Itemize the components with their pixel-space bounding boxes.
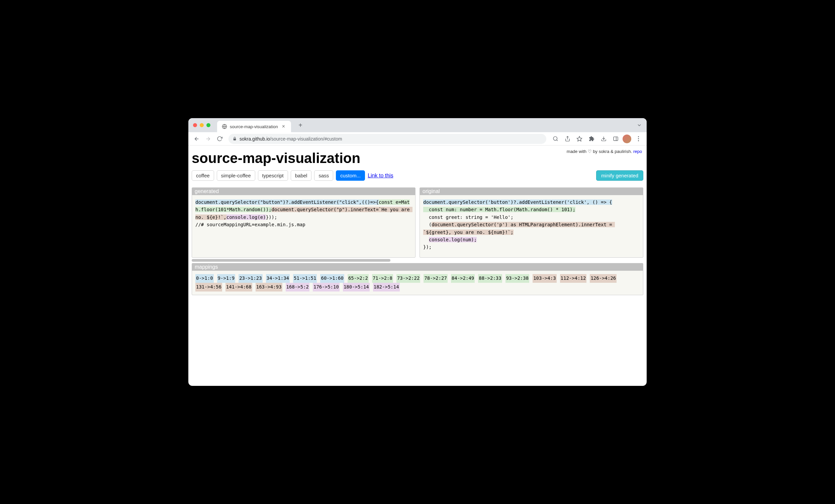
svg-rect-3 (233, 139, 236, 140)
mapping-token[interactable]: 176->5:10 (313, 283, 340, 291)
search-icon[interactable] (550, 134, 561, 144)
profile-avatar[interactable] (623, 135, 631, 143)
traffic-lights (193, 123, 210, 127)
coffee-button[interactable]: coffee (192, 170, 214, 181)
repo-link[interactable]: repo (633, 149, 642, 154)
star-icon[interactable] (574, 134, 585, 144)
code-panels: generated document.querySelector("button… (192, 187, 643, 258)
mapping-token[interactable]: 71->2:8 (372, 274, 393, 283)
mapping-token[interactable]: 73->2:22 (396, 274, 420, 283)
generated-code[interactable]: document.querySelector("button")?.addEve… (192, 195, 415, 232)
button-row: coffee simple-coffee typescript babel sa… (192, 170, 643, 181)
minimize-window-button[interactable] (200, 123, 204, 127)
mapping-token[interactable]: 65->2:2 (348, 274, 369, 283)
link-to-this[interactable]: Link to this (368, 173, 393, 179)
sass-button[interactable]: sass (314, 170, 333, 181)
typescript-button[interactable]: typescript (258, 170, 288, 181)
mapping-token[interactable]: 84->2:49 (451, 274, 475, 283)
mapping-token[interactable]: 163->4:93 (256, 283, 282, 291)
title-bar: source-map-visualization × + (188, 118, 647, 132)
mapping-token[interactable]: 112->4:12 (560, 274, 587, 283)
attribution: made with ♡ by sokra & paulirish. repo (567, 149, 642, 154)
mapping-token[interactable]: 34->1:34 (266, 274, 290, 283)
url-text: sokra.github.io/source-map-visualization… (240, 136, 342, 142)
mappings-list[interactable]: 0->1:09->1:923->1:2334->1:3451->1:5160->… (192, 271, 643, 295)
mapping-token[interactable]: 51->1:51 (293, 274, 317, 283)
horizontal-scrollbar[interactable] (192, 259, 390, 262)
mappings-panel: mappings 0->1:09->1:923->1:2334->1:3451-… (192, 263, 643, 295)
mapping-token[interactable]: 60->1:60 (320, 274, 344, 283)
mapping-token[interactable]: 88->2:33 (478, 274, 502, 283)
mapping-token[interactable]: 168->5:2 (286, 283, 309, 291)
tabs-dropdown-button[interactable] (637, 122, 642, 128)
mapping-token[interactable]: 141->4:68 (225, 283, 252, 291)
svg-point-4 (553, 137, 557, 140)
custom-button[interactable]: custom... (336, 170, 365, 181)
mapping-token[interactable]: 23->1:23 (239, 274, 262, 283)
mapping-token[interactable]: 126->4:26 (590, 274, 616, 283)
generated-panel-header: generated (192, 188, 415, 195)
extensions-icon[interactable] (587, 134, 596, 144)
mappings-panel-header: mappings (192, 263, 643, 271)
original-panel-header: original (420, 188, 643, 195)
mapping-token[interactable]: 0->1:0 (196, 274, 214, 283)
mapping-token[interactable]: 93->2:38 (506, 274, 529, 283)
back-button[interactable] (192, 134, 202, 144)
mapping-token[interactable]: 182->5:14 (373, 283, 400, 291)
babel-button[interactable]: babel (291, 170, 312, 181)
toolbar-right-icons (550, 134, 643, 144)
original-panel: original document.querySelector('button'… (420, 187, 643, 258)
downloads-icon[interactable] (598, 134, 609, 144)
svg-marker-7 (577, 136, 582, 141)
reload-button[interactable] (215, 134, 224, 144)
close-window-button[interactable] (193, 123, 197, 127)
svg-rect-9 (613, 137, 618, 141)
menu-button[interactable] (633, 134, 643, 144)
simple-coffee-button[interactable]: simple-coffee (217, 170, 255, 181)
browser-window: source-map-visualization × + sokra.githu… (188, 118, 647, 386)
mapping-token[interactable]: 78->2:27 (424, 274, 447, 283)
minify-button[interactable]: minify generated (596, 170, 643, 181)
lock-icon (232, 137, 237, 141)
mapping-token[interactable]: 131->4:56 (196, 283, 222, 291)
maximize-window-button[interactable] (206, 123, 210, 127)
browser-toolbar: sokra.github.io/source-map-visualization… (188, 132, 647, 146)
browser-tab[interactable]: source-map-visualization × (217, 121, 291, 132)
svg-line-5 (556, 140, 557, 141)
share-icon[interactable] (562, 134, 572, 144)
address-bar[interactable]: sokra.github.io/source-map-visualization… (228, 134, 546, 144)
close-tab-button[interactable]: × (281, 123, 286, 129)
mapping-token[interactable]: 180->5:14 (343, 283, 370, 291)
minify-container: minify generated (596, 170, 643, 181)
new-tab-button[interactable]: + (295, 120, 306, 130)
tab-title: source-map-visualization (230, 124, 278, 129)
mapping-token[interactable]: 9->1:9 (217, 274, 236, 283)
generated-panel: generated document.querySelector("button… (192, 187, 415, 258)
original-code[interactable]: document.querySelector('button')?.addEve… (420, 195, 643, 254)
page-content: made with ♡ by sokra & paulirish. repo s… (188, 146, 647, 386)
mapping-token[interactable]: 103->4:3 (533, 274, 556, 283)
sidepanel-icon[interactable] (611, 134, 620, 144)
forward-button[interactable] (203, 134, 213, 144)
globe-icon (222, 124, 227, 129)
